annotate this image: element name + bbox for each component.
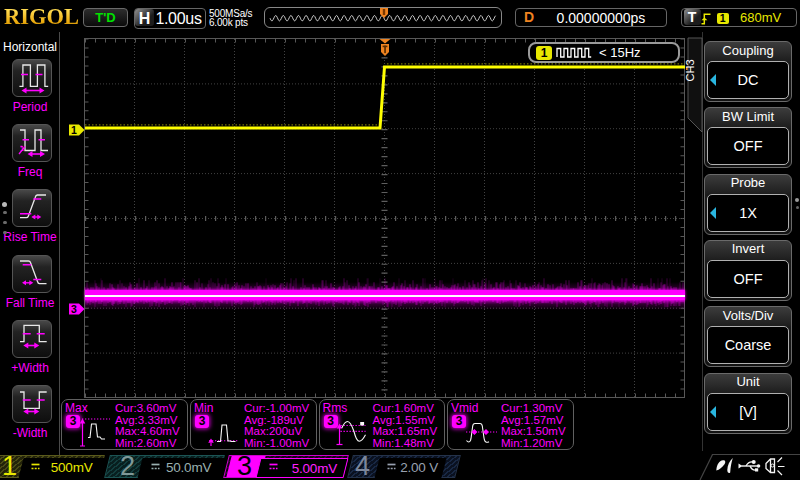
svg-text:1: 1 [20,144,25,153]
